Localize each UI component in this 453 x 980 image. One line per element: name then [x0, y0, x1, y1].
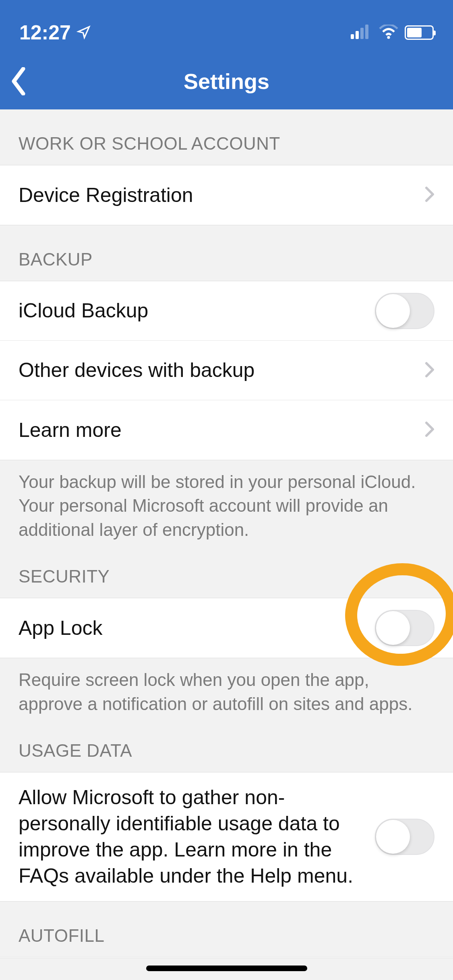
row-label: Other devices with backup	[19, 357, 425, 383]
svg-point-4	[387, 36, 390, 39]
status-bar: 12:27	[0, 0, 453, 53]
location-icon	[77, 21, 91, 44]
row-label: Learn more	[19, 417, 425, 443]
wifi-icon	[379, 25, 398, 41]
section-header-work-school: WORK OR SCHOOL ACCOUNT	[0, 109, 453, 165]
section-header-backup: BACKUP	[0, 225, 453, 281]
row-icloud-backup[interactable]: iCloud Backup	[0, 281, 453, 341]
row-label: Allow Microsoft to gather non-personally…	[19, 784, 375, 889]
section-header-autofill: AUTOFILL	[0, 902, 453, 957]
row-usage-data[interactable]: Allow Microsoft to gather non-personally…	[0, 772, 453, 901]
row-app-lock[interactable]: App Lock	[0, 598, 453, 658]
section-footer-backup: Your backup will be stored in your perso…	[0, 460, 453, 554]
section-header-usage-data: USAGE DATA	[0, 728, 453, 772]
row-other-devices-backup[interactable]: Other devices with backup	[0, 341, 453, 400]
row-learn-more-backup[interactable]: Learn more	[0, 400, 453, 460]
section-header-security: SECURITY	[0, 554, 453, 598]
svg-rect-3	[365, 25, 368, 39]
chevron-right-icon	[425, 362, 434, 379]
status-time: 12:27	[19, 21, 71, 44]
chevron-right-icon	[425, 421, 434, 439]
toggle-app-lock[interactable]	[375, 610, 434, 646]
row-label: iCloud Backup	[19, 298, 375, 324]
chevron-right-icon	[425, 186, 434, 204]
toggle-usage-data[interactable]	[375, 819, 434, 855]
section-footer-security: Require screen lock when you open the ap…	[0, 658, 453, 728]
row-device-registration[interactable]: Device Registration	[0, 165, 453, 225]
battery-icon	[405, 25, 434, 40]
row-label: Device Registration	[19, 182, 425, 208]
home-indicator[interactable]	[146, 966, 307, 971]
svg-rect-0	[351, 34, 354, 39]
row-label: App Lock	[19, 615, 375, 641]
cellular-signal-icon	[351, 25, 372, 41]
back-button[interactable]	[11, 67, 27, 95]
toggle-icloud-backup[interactable]	[375, 293, 434, 329]
nav-bar: Settings	[0, 53, 453, 109]
svg-rect-1	[356, 31, 359, 39]
svg-rect-2	[360, 28, 364, 39]
page-title: Settings	[0, 69, 453, 94]
